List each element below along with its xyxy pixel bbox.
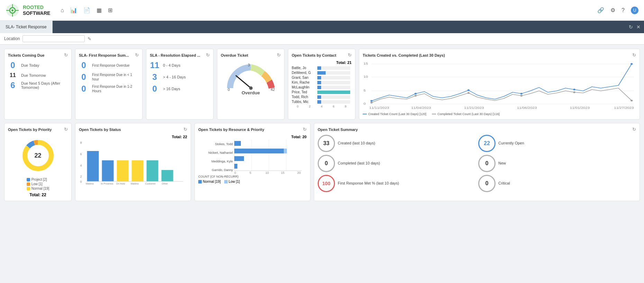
summary-created-label: Created (last 10 days): [338, 141, 375, 146]
tickets-coming-due-title: Tickets Coming Due ↻: [8, 53, 68, 58]
open-by-contact-card: Open Tickets by Contact ↻ Total: 21 Batt…: [288, 49, 355, 120]
sla-fr-hour-label: First Response Due in < 1 hour: [92, 73, 139, 82]
sla-fr-refresh-icon[interactable]: ↻: [135, 53, 139, 58]
sla-fr-2hr-label: First Response Due in 1-2 Hours: [92, 84, 139, 93]
priority-legend: Project [2] Low [1] Normal [19]: [27, 178, 49, 190]
svg-point-25: [631, 63, 633, 65]
sla-res-row-16days: 3 > 4 - 16 Days: [150, 72, 210, 82]
summary-first-response: 100 First Response Met % (last 10 days): [318, 175, 475, 192]
svg-point-24: [573, 89, 575, 91]
tickets-coming-due-card: Tickets Coming Due ↻ 0 Due Today 11 Due …: [4, 49, 72, 120]
help-icon[interactable]: ?: [622, 7, 625, 13]
svg-text:15: 15: [364, 62, 368, 65]
gear-icon[interactable]: ⚙: [610, 7, 615, 13]
home-icon[interactable]: ⌂: [61, 7, 64, 13]
tcd-today-number: 0: [8, 60, 18, 70]
sla-res-over16-number: 0: [150, 84, 160, 94]
sla-res-over16-label: > 16 Days: [163, 87, 180, 91]
active-tab[interactable]: SLA- Ticket Response: [0, 21, 53, 33]
legend-completed: Completed Ticket Count (Last 30 Days) [1…: [432, 112, 500, 116]
summary-grid: 33 Created (last 10 days) 22 Currently O…: [318, 135, 636, 192]
location-input[interactable]: [22, 35, 85, 42]
svg-text:11/11/2023: 11/11/2023: [369, 106, 389, 110]
svg-rect-70: [234, 164, 237, 169]
refresh-icon[interactable]: ↻: [629, 24, 633, 30]
svg-rect-50: [147, 160, 158, 181]
close-icon[interactable]: ✕: [636, 24, 641, 30]
sla-fr-row-2hr: 0 First Response Due in 1-2 Hours: [79, 84, 139, 94]
apps-icon[interactable]: ⊞: [108, 7, 112, 13]
overdue-refresh-icon[interactable]: ↻: [277, 53, 281, 58]
dashboard: Tickets Coming Due ↻ 0 Due Today 11 Due …: [0, 45, 644, 205]
summary-open-circle: 22: [478, 135, 496, 152]
resource-x-axis-label: COUNT (CF NON-RECURR): [198, 175, 307, 178]
location-edit-icon[interactable]: ✎: [88, 36, 91, 41]
open-by-status-title: Open Tickets by Status ↻: [79, 127, 187, 132]
priority-refresh-icon[interactable]: ↻: [64, 127, 68, 132]
svg-text:42: 42: [271, 87, 275, 92]
link-icon[interactable]: 🔗: [597, 7, 604, 13]
sla-fr-hour-number: 0: [79, 72, 89, 82]
svg-text:20: 20: [297, 171, 301, 174]
legend-low: Low [1]: [27, 182, 49, 186]
document-icon[interactable]: 📄: [83, 7, 90, 13]
open-ticket-summary-title: Open Ticket Summary ↻: [318, 127, 636, 132]
svg-text:2: 2: [80, 175, 82, 178]
overdue-ticket-card: Overdue Ticket ↻: [217, 49, 284, 120]
sla-res-refresh-icon[interactable]: ↻: [206, 53, 210, 58]
tcd-refresh-icon[interactable]: ↻: [64, 53, 68, 58]
summary-critical: 0 Critical: [478, 175, 636, 192]
open-by-priority-card: Open Tickets by Priority ↻ 22: [4, 123, 72, 201]
summary-critical-label: Critical: [498, 181, 510, 186]
resource-total: Total: 20: [198, 135, 307, 139]
resource-chart-wrap: Stokes, Todd Nickert, Nathaniel Meddinga…: [198, 140, 307, 174]
svg-point-30: [573, 92, 575, 93]
user-icon[interactable]: U: [631, 7, 638, 14]
summary-currently-open: 22 Currently Open: [478, 135, 636, 152]
gauge-label: Overdue: [242, 90, 260, 95]
svg-rect-49: [132, 160, 144, 181]
svg-text:11/27/2023: 11/27/2023: [614, 106, 634, 110]
tcd-row-tomorrow: 11 Due Tomorrow: [8, 72, 68, 78]
contact-row-0: Battle, Jo: [292, 66, 352, 70]
resource-y-labels: Stokes, Todd Nickert, Nathaniel Meddinga…: [198, 140, 233, 174]
gauge-container: 0 3 42 Overdue: [221, 60, 281, 95]
chart-icon[interactable]: 📊: [70, 7, 77, 13]
svg-text:0: 0: [364, 102, 366, 105]
summary-created-circle: 33: [318, 135, 335, 152]
sla-res-16days-number: 3: [150, 72, 160, 82]
open-by-resource-title: Open Tickets by Resource & Priority ↻: [198, 127, 307, 132]
hbar-legend: Normal [19] Low [1]: [198, 180, 307, 183]
gauge-svg: 0 3 42: [225, 60, 277, 92]
svg-rect-46: [87, 151, 99, 181]
tickets-chart-title: Tickets Created vs. Completed (Last 30 D…: [363, 53, 636, 58]
summary-fr-label: First Response Met % (last 10 days): [338, 181, 399, 186]
contact-refresh-icon[interactable]: ↻: [348, 53, 352, 58]
svg-text:3: 3: [248, 63, 250, 67]
summary-completed-label: Completed (last 10 days): [338, 161, 380, 166]
logo: ROOTED SOFTWARE: [6, 3, 50, 17]
svg-text:Waiting: Waiting: [131, 182, 139, 185]
svg-text:0: 0: [80, 180, 82, 183]
tcd-row-next5: 6 Due Next 5 Days (After Tomorrow): [8, 81, 68, 90]
chart-refresh-icon[interactable]: ↻: [632, 53, 636, 58]
svg-text:15: 15: [281, 171, 284, 174]
svg-point-21: [415, 93, 417, 95]
svg-text:10: 10: [265, 171, 269, 174]
sla-res-16days-label: > 4 - 16 Days: [163, 75, 186, 79]
header: ROOTED SOFTWARE ⌂ 📊 📄 ▦ ⊞ 🔗 ⚙ ? U: [0, 0, 644, 21]
svg-text:0: 0: [228, 87, 230, 92]
svg-point-22: [468, 89, 470, 91]
resource-refresh-icon[interactable]: ↻: [303, 127, 307, 132]
sla-fr-overdue-label: First Response Overdue: [92, 63, 129, 68]
location-label: Location: [4, 36, 20, 41]
svg-rect-48: [117, 160, 129, 181]
status-refresh-icon[interactable]: ↻: [183, 127, 187, 132]
grid-icon[interactable]: ▦: [97, 7, 102, 13]
hbar-leg-normal: Normal [19]: [198, 180, 221, 183]
svg-text:In Progress: In Progress: [101, 182, 114, 185]
summary-open-label: Currently Open: [498, 141, 524, 146]
summary-refresh-icon[interactable]: ↻: [632, 127, 636, 132]
svg-point-23: [520, 93, 523, 95]
open-by-priority-title: Open Tickets by Priority ↻: [8, 127, 68, 132]
